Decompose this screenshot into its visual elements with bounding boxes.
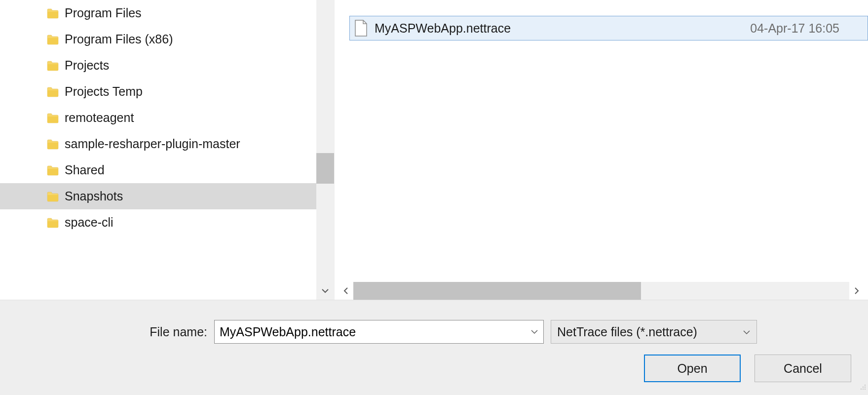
filename-input[interactable] xyxy=(220,325,530,339)
folder-icon xyxy=(47,8,59,19)
folder-icon xyxy=(47,217,59,228)
file-row[interactable]: MyASPWebApp.nettrace 04-Apr-17 16:05 xyxy=(349,16,868,40)
folder-label: Program Files xyxy=(65,6,142,20)
filetype-value: NetTrace files (*.nettrace) xyxy=(557,325,697,339)
scroll-right-button[interactable] xyxy=(849,282,864,300)
folder-icon xyxy=(47,165,59,176)
svg-point-3 xyxy=(861,389,862,390)
folder-item[interactable]: Snapshots xyxy=(0,183,334,209)
folder-label: Snapshots xyxy=(65,189,123,203)
filename-label: File name: xyxy=(15,325,207,339)
chevron-down-icon xyxy=(530,328,538,336)
svg-point-1 xyxy=(863,387,864,388)
folder-item[interactable]: remoteagent xyxy=(0,105,334,131)
file-list-pane: MyASPWebApp.nettrace 04-Apr-17 16:05 xyxy=(335,0,868,300)
folder-item[interactable]: Projects xyxy=(0,52,334,79)
folder-label: space-cli xyxy=(65,215,113,230)
filetype-chevron xyxy=(743,325,751,339)
filename-input-wrap[interactable] xyxy=(214,320,544,344)
folder-list[interactable]: Program Files Program Files (x86) Projec… xyxy=(0,0,334,300)
scrollbar-track[interactable] xyxy=(353,282,849,300)
tree-vertical-scrollbar[interactable] xyxy=(316,0,334,300)
filetype-select[interactable]: NetTrace files (*.nettrace) xyxy=(551,320,757,344)
scrollbar-thumb[interactable] xyxy=(316,153,334,184)
folder-item[interactable]: Program Files xyxy=(0,0,334,26)
scrollbar-thumb[interactable] xyxy=(353,282,641,300)
cancel-button[interactable]: Cancel xyxy=(755,355,851,382)
folder-label: remoteagent xyxy=(65,111,134,125)
chevron-down-icon xyxy=(321,287,329,295)
svg-point-2 xyxy=(865,387,866,388)
filename-dropdown-chevron[interactable] xyxy=(530,325,538,339)
folder-label: Shared xyxy=(65,163,105,177)
svg-point-4 xyxy=(863,389,864,390)
folder-label: Projects xyxy=(65,58,109,73)
folder-icon xyxy=(47,34,59,45)
main-area: Program Files Program Files (x86) Projec… xyxy=(0,0,868,300)
svg-point-0 xyxy=(865,385,866,386)
folder-icon xyxy=(47,113,59,123)
chevron-right-icon xyxy=(853,287,860,294)
file-date: 04-Apr-17 16:05 xyxy=(750,21,862,36)
scroll-down-button[interactable] xyxy=(316,282,334,300)
folder-icon xyxy=(47,191,59,202)
resize-grip-icon[interactable] xyxy=(858,379,866,393)
folder-icon xyxy=(47,86,59,97)
folder-item[interactable]: Projects Temp xyxy=(0,79,334,105)
file-icon xyxy=(354,20,368,37)
folder-item[interactable]: sample-resharper-plugin-master xyxy=(0,131,334,157)
folder-label: sample-resharper-plugin-master xyxy=(65,137,240,151)
scroll-left-button[interactable] xyxy=(339,282,353,300)
folder-label: Projects Temp xyxy=(65,84,143,99)
filename-row: File name: NetTrace files (*.nettrace) xyxy=(15,320,853,344)
svg-point-5 xyxy=(865,389,866,390)
folder-item[interactable]: Program Files (x86) xyxy=(0,26,334,52)
folder-tree-pane: Program Files Program Files (x86) Projec… xyxy=(0,0,335,300)
folder-icon xyxy=(47,60,59,71)
bottom-bar: File name: NetTrace files (*.nettrace) O… xyxy=(0,300,868,395)
folder-label: Program Files (x86) xyxy=(65,32,173,46)
folder-icon xyxy=(47,139,59,150)
file-horizontal-scrollbar[interactable] xyxy=(339,282,864,300)
file-name: MyASPWebApp.nettrace xyxy=(375,21,750,36)
folder-item[interactable]: space-cli xyxy=(0,209,334,236)
dialog-buttons: Open Cancel xyxy=(15,355,853,382)
chevron-down-icon xyxy=(743,328,751,336)
folder-item[interactable]: Shared xyxy=(0,157,334,183)
open-button[interactable]: Open xyxy=(644,355,741,382)
chevron-left-icon xyxy=(342,287,349,294)
